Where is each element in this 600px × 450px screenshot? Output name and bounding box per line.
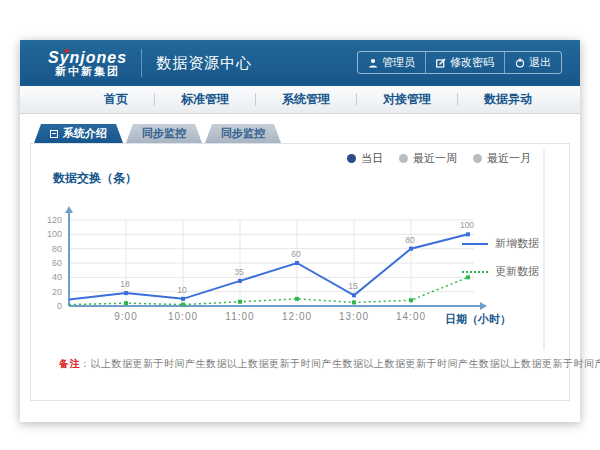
nav-item-3[interactable]: 对接管理	[357, 86, 457, 113]
header: Synjones 新中新集团 数据资源中心 管理员 修改密码 退出	[20, 40, 580, 86]
svg-text:80: 80	[52, 244, 62, 254]
svg-text:0: 0	[57, 301, 62, 311]
user-icon	[368, 58, 378, 68]
svg-text:11:00: 11:00	[225, 311, 254, 322]
range-filter-label: 当日	[361, 151, 383, 166]
legend-label: 新增数据	[495, 236, 539, 251]
radio-icon	[399, 154, 408, 163]
change-password-button[interactable]: 修改密码	[425, 52, 504, 73]
nav-item-1[interactable]: 标准管理	[155, 86, 255, 113]
svg-text:13:00: 13:00	[339, 311, 369, 322]
footnote-prefix: 备注	[59, 358, 80, 369]
svg-text:120: 120	[47, 215, 62, 225]
svg-text:15: 15	[348, 281, 358, 291]
logout-label: 退出	[529, 55, 551, 70]
legend-line-sample	[462, 243, 488, 245]
content-panel: 当日最近一周最近一月 数据交换（条） 0204060801001209:0010…	[30, 143, 570, 401]
svg-text:100: 100	[460, 220, 474, 230]
legend-item-0: 新增数据	[462, 236, 539, 251]
user-button[interactable]: 管理员	[358, 52, 425, 73]
legend-line-sample	[462, 271, 488, 273]
main-nav: 首页标准管理系统管理对接管理数据异动	[20, 86, 580, 114]
logo-accent-dot	[65, 49, 69, 53]
logo-text: Synjones	[48, 50, 127, 65]
svg-text:60: 60	[291, 249, 301, 259]
header-divider	[141, 49, 142, 77]
svg-text:14:00: 14:00	[396, 311, 426, 322]
tab-label: 同步监控	[142, 124, 186, 143]
power-icon	[515, 58, 525, 68]
tab-2[interactable]: 同步监控	[205, 124, 281, 143]
chart-legend: 新增数据更新数据	[462, 236, 539, 292]
logo-subtext: 新中新集团	[48, 65, 127, 77]
user-button-label: 管理员	[382, 55, 415, 70]
svg-text:10: 10	[177, 285, 187, 295]
header-controls: 管理员 修改密码 退出	[357, 51, 562, 74]
range-filter-2[interactable]: 最近一月	[473, 151, 531, 166]
radio-icon	[473, 154, 482, 163]
edit-icon	[436, 58, 446, 68]
tab-label: 系统介绍	[63, 124, 107, 143]
svg-text:100: 100	[47, 229, 62, 239]
svg-text:35: 35	[234, 267, 244, 277]
range-filter-0[interactable]: 当日	[347, 151, 383, 166]
footnote: 备注：以上数据更新于时间产生数据以上数据更新于时间产生数据以上数据更新于时间产生…	[59, 357, 600, 371]
svg-text:10:00: 10:00	[168, 311, 198, 322]
change-password-label: 修改密码	[450, 55, 494, 70]
range-filter-1[interactable]: 最近一周	[399, 151, 457, 166]
nav-item-4[interactable]: 数据异动	[458, 86, 558, 113]
form-icon	[50, 130, 58, 138]
app-window: Synjones 新中新集团 数据资源中心 管理员 修改密码 退出 首页标准管理…	[20, 40, 580, 422]
radio-selected-icon	[347, 154, 356, 163]
svg-text:日期（小时）: 日期（小时）	[445, 313, 511, 326]
tab-1[interactable]: 同步监控	[126, 124, 202, 143]
legend-label: 更新数据	[495, 264, 539, 279]
svg-text:18: 18	[120, 279, 130, 289]
range-filter-label: 最近一月	[487, 151, 531, 166]
svg-text:60: 60	[52, 258, 62, 268]
range-filter-group: 当日最近一周最近一月	[347, 151, 531, 166]
footnote-separator: ：	[80, 358, 91, 369]
logout-button[interactable]: 退出	[504, 52, 561, 73]
footnote-text: 以上数据更新于时间产生数据以上数据更新于时间产生数据以上数据更新于时间产生数据以…	[91, 358, 600, 369]
svg-text:12:00: 12:00	[282, 311, 312, 322]
legend-item-1: 更新数据	[462, 264, 539, 279]
svg-text:80: 80	[405, 235, 415, 245]
tab-0[interactable]: 系统介绍	[34, 124, 123, 143]
nav-item-0[interactable]: 首页	[78, 86, 154, 113]
tab-label: 同步监控	[221, 124, 265, 143]
nav-item-2[interactable]: 系统管理	[256, 86, 356, 113]
logo: Synjones 新中新集团	[48, 50, 127, 77]
svg-text:40: 40	[52, 272, 62, 282]
tab-bar: 系统介绍同步监控同步监控	[34, 124, 281, 143]
svg-text:20: 20	[52, 287, 62, 297]
app-title: 数据资源中心	[156, 54, 252, 73]
range-filter-label: 最近一周	[413, 151, 457, 166]
svg-text:9:00: 9:00	[114, 311, 137, 322]
